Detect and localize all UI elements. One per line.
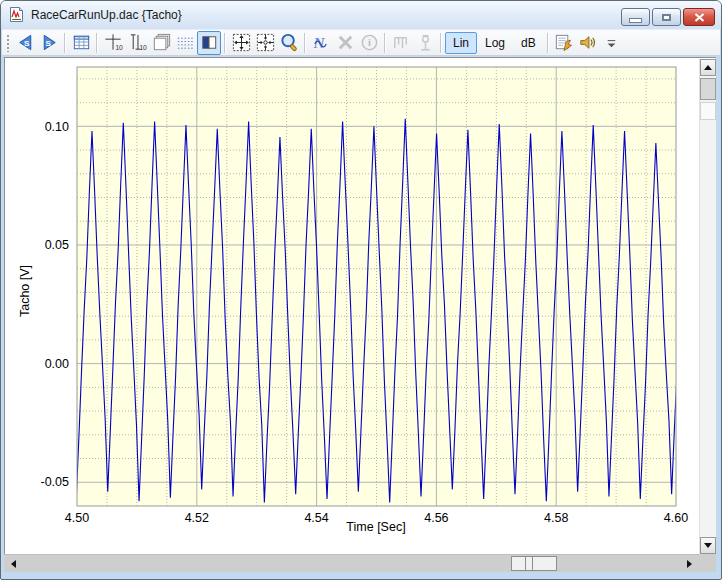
- single-display-button[interactable]: [197, 31, 221, 55]
- split-panel-icon: [199, 32, 220, 53]
- delete-x-icon: [335, 32, 356, 53]
- next-section-icon: S: [39, 32, 60, 53]
- window-title: RaceCarRunUp.dac {Tacho}: [31, 1, 182, 29]
- toolbar-separator: [384, 33, 386, 53]
- data-grid-button[interactable]: [69, 31, 93, 55]
- y-tick-label: 0.00: [45, 357, 69, 371]
- probe-button[interactable]: [413, 31, 437, 55]
- zoom-box-button[interactable]: [253, 31, 277, 55]
- arrow-up-icon: [704, 65, 712, 70]
- probe-anchor-icon: [415, 32, 436, 53]
- previous-section-button[interactable]: S: [13, 31, 37, 55]
- band-cursor-button[interactable]: 10: [125, 31, 149, 55]
- toolbar-separator: [224, 33, 226, 53]
- svg-text:i: i: [368, 37, 371, 48]
- linear-scale-button[interactable]: Lin: [445, 32, 477, 54]
- waveform-chart[interactable]: 0.100.050.00-0.054.504.524.544.564.584.6…: [4, 57, 699, 554]
- scroll-right-button[interactable]: [681, 555, 698, 572]
- x-tick-label: 4.60: [664, 511, 688, 525]
- svg-text:N: N: [312, 34, 325, 51]
- y-axis-title: Tacho [V]: [18, 265, 32, 317]
- grid-toggle-button[interactable]: [173, 31, 197, 55]
- toolbar-separator: [440, 33, 442, 53]
- toolbar-separator: [547, 33, 549, 53]
- y-tick-label: 0.10: [45, 120, 69, 134]
- svg-text:S: S: [24, 39, 30, 48]
- arrow-left-icon: [11, 560, 16, 568]
- x-tick-label: 4.52: [185, 511, 209, 525]
- svg-text:10: 10: [115, 44, 123, 51]
- cursor-crosshair-icon: 10: [103, 32, 124, 53]
- db-scale-button[interactable]: dB: [513, 32, 544, 54]
- info-button[interactable]: i: [357, 31, 381, 55]
- toolbar-gripper[interactable]: [6, 34, 10, 52]
- close-button[interactable]: [683, 8, 715, 26]
- overlay-plots-button[interactable]: [149, 31, 173, 55]
- vertical-scrollbar[interactable]: [699, 59, 716, 554]
- export-pointer-icon: [553, 32, 574, 53]
- zoom-magnifier-button[interactable]: [277, 31, 301, 55]
- arrow-down-icon: [704, 543, 712, 548]
- zoom-extents-button[interactable]: [229, 31, 253, 55]
- app-window: RaceCarRunUp.dac {Tacho} SS1010NiLinLogd…: [0, 0, 722, 580]
- restore-icon: [662, 14, 671, 21]
- toolbar-separator: [64, 33, 66, 53]
- toolbar-options-button[interactable]: [600, 31, 624, 55]
- filter-button[interactable]: [389, 31, 413, 55]
- app-icon: [8, 6, 25, 23]
- overflow-chevron-icon: [601, 32, 622, 53]
- close-icon: [694, 13, 705, 22]
- dotted-grid-icon: [175, 32, 196, 53]
- cursor-values-button[interactable]: 10: [101, 31, 125, 55]
- export-button[interactable]: [552, 31, 576, 55]
- horizontal-scrollbar-thumb[interactable]: [511, 556, 557, 571]
- plot-client-area: 0.100.050.00-0.054.504.524.544.564.584.6…: [4, 57, 716, 572]
- scrollbar-corner: [699, 554, 716, 572]
- zoom-extents-icon: [231, 32, 252, 53]
- log-scale-button[interactable]: Log: [477, 32, 513, 54]
- x-tick-label: 4.58: [544, 511, 568, 525]
- svg-text:10: 10: [139, 44, 147, 51]
- restore-button[interactable]: [652, 8, 681, 26]
- next-section-button[interactable]: S: [37, 31, 61, 55]
- horizontal-scrollbar[interactable]: [4, 554, 699, 572]
- band-cursor-icon: 10: [127, 32, 148, 53]
- vertical-scrollbar-thumb[interactable]: [700, 78, 716, 100]
- window-controls: [621, 8, 715, 26]
- x-tick-label: 4.50: [65, 511, 89, 525]
- toolbar: SS1010NiLinLogdB: [2, 29, 720, 56]
- edit-waveform-button[interactable]: N: [309, 31, 333, 55]
- zoom-box-icon: [255, 32, 276, 53]
- arrow-right-icon: [687, 560, 692, 568]
- toolbar-separator: [304, 33, 306, 53]
- x-tick-label: 4.54: [304, 511, 328, 525]
- audio-playback-button[interactable]: [576, 31, 600, 55]
- vertical-scrollbar-page-marker: [700, 102, 716, 120]
- y-tick-label: 0.05: [45, 238, 69, 252]
- prev-section-icon: S: [15, 32, 36, 53]
- scroll-up-button[interactable]: [700, 59, 716, 76]
- magnifier-icon: [279, 32, 300, 53]
- minimize-button[interactable]: [621, 8, 650, 26]
- toolbar-separator: [96, 33, 98, 53]
- scroll-down-button[interactable]: [700, 537, 716, 554]
- info-icon: i: [359, 32, 380, 53]
- title-bar[interactable]: RaceCarRunUp.dac {Tacho}: [1, 1, 721, 30]
- y-tick-label: -0.05: [41, 475, 70, 489]
- x-axis-title: Time [Sec]: [346, 520, 405, 534]
- minimize-icon: [630, 19, 641, 22]
- waveform-icon: N: [311, 32, 332, 53]
- delete-button[interactable]: [333, 31, 357, 55]
- speaker-icon: [577, 32, 598, 53]
- svg-text:S: S: [45, 39, 51, 48]
- data-grid-icon: [71, 32, 92, 53]
- filter-comb-icon: [391, 32, 412, 53]
- overlay-plots-icon: [151, 32, 172, 53]
- scroll-left-button[interactable]: [5, 555, 22, 572]
- x-tick-label: 4.56: [424, 511, 448, 525]
